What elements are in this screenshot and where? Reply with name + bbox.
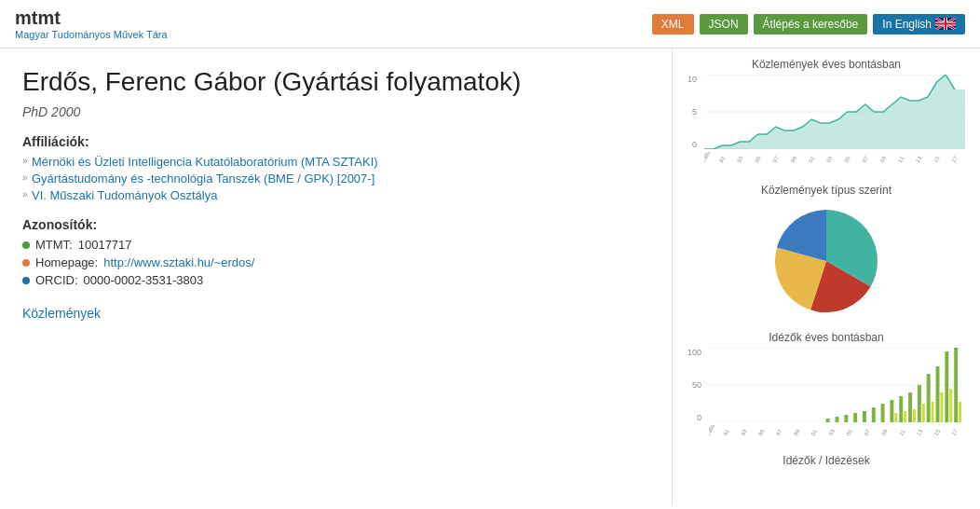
right-panel: Közlemények éves bontásban 10 5 0 xyxy=(673,48,980,505)
svg-text:03: 03 xyxy=(825,155,834,163)
homepage-dot xyxy=(22,259,30,267)
affiliation-link-3[interactable]: VI. Műszaki Tudományok Osztálya xyxy=(32,188,217,202)
svg-text:17: 17 xyxy=(951,429,959,437)
affiliation-link-2[interactable]: Gyártástudomány és -technológia Tanszék … xyxy=(32,172,374,186)
homepage-label: Homepage: xyxy=(35,255,98,269)
bar-chart-svg xyxy=(709,348,965,422)
svg-rect-46 xyxy=(922,404,925,422)
svg-text:17: 17 xyxy=(950,155,959,163)
phd-info: PhD 2000 xyxy=(22,104,649,119)
line-x-labels: 1989 91 93 95 97 99 01 03 05 07 09 11 xyxy=(704,152,965,174)
list-item: Mérnöki és Üzleti Intelligencia Kutatóla… xyxy=(22,155,649,169)
person-name: Erdős, Ferenc Gábor (Gyártási folyamatok… xyxy=(22,67,649,97)
svg-text:1989: 1989 xyxy=(704,152,712,164)
svg-text:99: 99 xyxy=(790,155,798,163)
svg-text:07: 07 xyxy=(863,429,870,437)
svg-rect-49 xyxy=(949,389,952,422)
left-panel: Erdős, Ferenc Gábor (Gyártási folyamatok… xyxy=(0,48,673,505)
svg-rect-38 xyxy=(890,400,893,422)
search-button[interactable]: Átlépés a keresőbe xyxy=(754,14,868,34)
line-chart-svg xyxy=(704,75,965,149)
xml-button[interactable]: XML xyxy=(652,14,694,34)
list-item: Gyártástudomány és -technológia Tanszék … xyxy=(22,172,649,186)
publications-link[interactable]: Közlemények xyxy=(22,306,101,321)
orcid-label: ORCID: xyxy=(35,273,78,287)
svg-text:13: 13 xyxy=(916,428,924,436)
orcid-row: ORCID: 0000-0002-3531-3803 xyxy=(22,273,649,287)
list-item: VI. Műszaki Tudományok Osztálya xyxy=(22,188,649,202)
svg-rect-51 xyxy=(913,409,916,422)
svg-rect-31 xyxy=(918,385,921,422)
svg-text:01: 01 xyxy=(810,428,819,436)
svg-text:15: 15 xyxy=(932,155,941,163)
pie-chart-wrap xyxy=(687,200,965,322)
svg-text:05: 05 xyxy=(846,428,854,436)
svg-rect-33 xyxy=(936,366,940,422)
svg-rect-32 xyxy=(927,374,931,422)
publications-section: Közlemények xyxy=(22,306,649,321)
json-button[interactable]: JSON xyxy=(700,14,748,34)
svg-text:91: 91 xyxy=(723,428,731,436)
svg-text:97: 97 xyxy=(775,429,783,437)
logo: mtmt xyxy=(15,7,168,29)
mtmt-value: 10017717 xyxy=(78,238,132,252)
identifiers-section: Azonosítók: MTMT: 10017717 Homepage: htt… xyxy=(22,217,649,287)
pie-chart-svg xyxy=(766,205,887,317)
svg-text:97: 97 xyxy=(771,155,780,163)
bar-x-labels: 1989 91 93 95 97 99 01 03 05 07 09 11 xyxy=(709,425,965,447)
svg-text:11: 11 xyxy=(898,428,906,436)
svg-rect-45 xyxy=(826,419,830,422)
svg-text:91: 91 xyxy=(718,155,727,163)
main-content: Erdős, Ferenc Gábor (Gyártási folyamatok… xyxy=(0,48,980,505)
mtmt-label: MTMT: xyxy=(35,238,73,252)
flag-icon xyxy=(935,18,956,30)
identifiers-label: Azonosítók: xyxy=(22,217,649,232)
svg-text:13: 13 xyxy=(915,155,923,163)
svg-rect-53 xyxy=(894,413,897,422)
bottom-chart-label: Idézők / Idézések xyxy=(687,454,965,467)
svg-text:95: 95 xyxy=(757,428,766,436)
svg-rect-48 xyxy=(940,392,943,422)
line-chart-section: Közlemények éves bontásban 10 5 0 xyxy=(687,58,965,174)
mtmt-row: MTMT: 10017717 xyxy=(22,238,649,252)
svg-text:93: 93 xyxy=(736,155,744,163)
svg-rect-37 xyxy=(899,396,903,422)
svg-text:11: 11 xyxy=(897,155,905,163)
svg-rect-41 xyxy=(863,411,866,422)
svg-text:09: 09 xyxy=(879,155,888,163)
svg-rect-39 xyxy=(881,404,885,422)
svg-text:01: 01 xyxy=(808,155,816,163)
svg-rect-52 xyxy=(904,411,906,422)
affiliation-link-1[interactable]: Mérnöki és Üzleti Intelligencia Kutatóla… xyxy=(32,155,378,169)
svg-text:07: 07 xyxy=(861,155,869,163)
site-subtitle: Magyar Tudományos Művek Tára xyxy=(15,29,168,40)
svg-rect-8 xyxy=(935,23,956,25)
svg-rect-47 xyxy=(932,402,934,422)
svg-rect-44 xyxy=(836,417,839,422)
svg-rect-50 xyxy=(959,402,961,422)
y-label-bot: 0 xyxy=(687,140,697,149)
bar-y-axis: 100 50 0 xyxy=(687,348,701,422)
svg-rect-42 xyxy=(853,413,857,422)
homepage-link[interactable]: http://www.sztaki.hu/~erdos/ xyxy=(103,255,254,269)
bar-chart-title: Idézők éves bontásban xyxy=(687,331,965,344)
svg-text:1989: 1989 xyxy=(709,425,716,437)
affiliations-section: Affiliációk: Mérnöki és Üzleti Intellige… xyxy=(22,134,649,202)
english-button[interactable]: In English xyxy=(873,14,965,34)
mtmt-dot xyxy=(22,241,30,249)
header-left: mtmt Magyar Tudományos Művek Tára xyxy=(15,7,168,40)
line-y-axis: 10 5 0 xyxy=(687,75,697,149)
svg-rect-40 xyxy=(872,407,876,422)
svg-text:99: 99 xyxy=(793,428,801,436)
pie-chart-section: Közlemények típus szerint xyxy=(687,184,965,322)
svg-text:09: 09 xyxy=(880,428,889,436)
svg-text:05: 05 xyxy=(843,155,851,163)
y-label-mid: 5 xyxy=(687,107,697,117)
bar-chart-section: Idézők éves bontásban 100 50 0 xyxy=(687,331,965,467)
svg-text:03: 03 xyxy=(828,428,837,436)
homepage-row: Homepage: http://www.sztaki.hu/~erdos/ xyxy=(22,255,649,269)
pie-chart-title: Közlemények típus szerint xyxy=(687,184,965,197)
header: mtmt Magyar Tudományos Művek Tára XML JS… xyxy=(0,0,980,48)
svg-text:95: 95 xyxy=(754,155,762,163)
svg-rect-43 xyxy=(844,415,848,422)
